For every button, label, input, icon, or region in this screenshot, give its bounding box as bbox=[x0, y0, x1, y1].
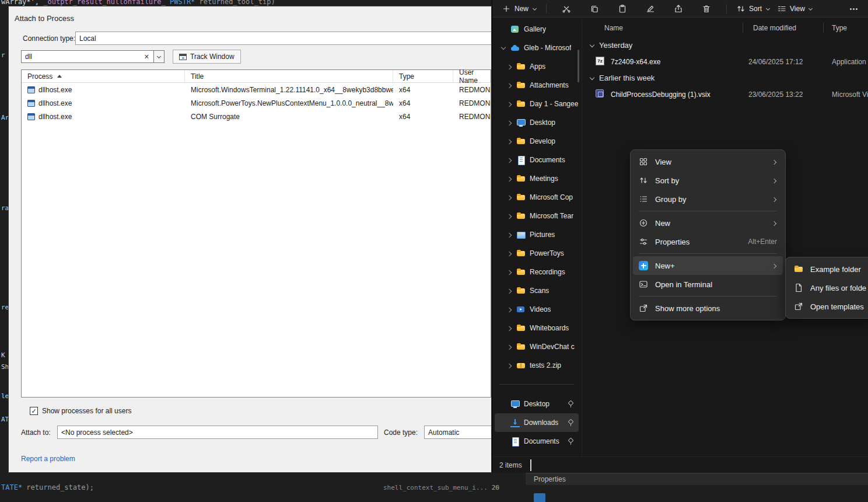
track-window-button[interactable]: Track Window bbox=[173, 50, 241, 64]
nav-item[interactable]: Desktop bbox=[495, 395, 579, 413]
file-row[interactable]: 7z 7z2409-x64.exe 24/06/2025 17:12 Appli… bbox=[584, 54, 868, 70]
column-header-user-name[interactable]: User Name bbox=[453, 70, 491, 82]
group-header[interactable]: Yesterday bbox=[584, 37, 868, 54]
attach-to-process-dialog: Attach to Process Connection type: Local… bbox=[8, 6, 492, 473]
nav-item[interactable]: PowerToys bbox=[495, 244, 579, 263]
status-bar: 2 items bbox=[492, 456, 868, 473]
vs-properties-panel: Properties bbox=[526, 473, 868, 502]
nav-item[interactable]: Day 1 - Sangee bbox=[495, 95, 579, 113]
nav-item[interactable]: Microsoft Tear bbox=[495, 207, 579, 225]
column-header-date-modified[interactable]: Date modified bbox=[753, 24, 796, 32]
copy-button[interactable] bbox=[580, 1, 608, 16]
menu-item-view[interactable]: View bbox=[633, 152, 783, 171]
column-header-process[interactable]: Process bbox=[22, 70, 185, 82]
view-button[interactable]: View bbox=[774, 2, 817, 15]
column-divider[interactable] bbox=[823, 23, 824, 33]
menu-item-new-plus[interactable]: New+ bbox=[633, 256, 783, 275]
paste-button[interactable] bbox=[608, 1, 636, 16]
rename-button[interactable] bbox=[636, 1, 664, 16]
process-table-header: Process Title Type User Name bbox=[22, 70, 491, 83]
nav-item[interactable]: Desktop bbox=[495, 113, 579, 132]
chevron-icon[interactable] bbox=[506, 120, 512, 126]
chevron-icon[interactable] bbox=[506, 101, 512, 107]
code-type-label: Code type: bbox=[384, 428, 418, 437]
report-a-problem-link[interactable]: Report a problem bbox=[21, 455, 75, 463]
nav-item-icon bbox=[516, 118, 526, 127]
code-type-combobox[interactable]: Automatic bbox=[424, 426, 492, 439]
column-header-type[interactable]: Type bbox=[393, 70, 453, 82]
nav-item-icon bbox=[516, 305, 526, 314]
new-button[interactable]: New bbox=[498, 2, 540, 15]
nav-item[interactable]: Downloads bbox=[495, 413, 579, 432]
menu-item-sort-by[interactable]: Sort by bbox=[633, 171, 783, 190]
cut-button[interactable] bbox=[552, 1, 580, 16]
plus-icon bbox=[502, 4, 511, 13]
chevron-icon[interactable] bbox=[506, 250, 512, 256]
nav-item[interactable]: Scans bbox=[495, 281, 579, 300]
menu-item-open-in-terminal[interactable]: Open in Terminal bbox=[633, 275, 783, 294]
chevron-icon[interactable] bbox=[506, 344, 512, 350]
menu-item-properties[interactable]: Properties Alt+Enter bbox=[633, 232, 783, 251]
nav-item[interactable]: Attachments bbox=[495, 76, 579, 95]
delete-button[interactable] bbox=[692, 1, 720, 16]
nav-item[interactable]: Whiteboards bbox=[495, 319, 579, 337]
submenu-item-open-templates[interactable]: Open templates bbox=[788, 297, 868, 316]
chevron-icon[interactable] bbox=[506, 325, 512, 331]
process-row[interactable]: dllhost.exe Microsoft.PowerToys.NewPlusC… bbox=[22, 96, 491, 110]
chevron-icon[interactable] bbox=[506, 232, 512, 238]
chevron-icon[interactable] bbox=[506, 82, 512, 88]
nav-item[interactable]: tests 2.zip bbox=[495, 356, 579, 375]
chevron-icon[interactable] bbox=[506, 176, 512, 182]
column-header-type[interactable]: Type bbox=[832, 24, 847, 32]
column-header-name[interactable]: Name bbox=[604, 24, 623, 32]
chevron-icon[interactable] bbox=[506, 64, 512, 69]
see-more-button[interactable] bbox=[849, 4, 859, 13]
submenu-item-any-files[interactable]: Any files or folde bbox=[788, 278, 868, 297]
chevron-icon[interactable] bbox=[506, 288, 512, 294]
process-row[interactable]: dllhost.exe COM Surrogate x64 REDMOND bbox=[22, 110, 491, 123]
chevron-icon[interactable] bbox=[506, 269, 512, 275]
nav-item[interactable]: Develop bbox=[495, 132, 579, 151]
connection-type-combobox[interactable]: Local bbox=[75, 32, 492, 45]
sort-button[interactable]: Sort bbox=[733, 2, 774, 15]
chevron-down-icon bbox=[808, 6, 813, 11]
attach-to-field[interactable]: <No process selected> bbox=[57, 426, 378, 439]
chevron-icon[interactable] bbox=[501, 45, 506, 51]
chevron-icon[interactable] bbox=[506, 362, 512, 368]
nav-item[interactable]: Pictures bbox=[495, 225, 579, 244]
process-filter-input[interactable]: dll ✕ bbox=[21, 50, 154, 63]
menu-item-group-by[interactable]: Group by bbox=[633, 190, 783, 208]
nav-item[interactable]: Gallery bbox=[495, 20, 579, 39]
nav-item-label: Desktop bbox=[530, 118, 555, 127]
nav-item-icon bbox=[516, 361, 526, 370]
menu-item-show-more-options[interactable]: Show more options bbox=[633, 299, 783, 318]
nav-scrollbar-thumb[interactable] bbox=[578, 50, 579, 82]
checkbox-checked[interactable]: ✓ bbox=[30, 407, 38, 415]
nav-item[interactable]: WinDevChat c bbox=[495, 337, 579, 356]
nav-item[interactable]: Videos bbox=[495, 300, 579, 319]
nav-item[interactable]: Microsoft Cop bbox=[495, 188, 579, 207]
nav-item-icon bbox=[516, 137, 526, 146]
column-divider[interactable] bbox=[743, 23, 743, 33]
chevron-icon[interactable] bbox=[506, 306, 512, 312]
submenu-item-example-folder[interactable]: Example folder bbox=[788, 260, 868, 278]
group-header[interactable]: Earlier this week bbox=[584, 70, 868, 86]
chevron-icon[interactable] bbox=[506, 138, 512, 144]
nav-item[interactable]: Gleb - Microsof bbox=[495, 39, 579, 57]
share-button[interactable] bbox=[664, 1, 692, 16]
clear-filter-icon[interactable]: ✕ bbox=[142, 53, 151, 61]
file-row[interactable]: ChildProcessDebugging (1).vsix 23/06/202… bbox=[584, 86, 868, 103]
nav-item[interactable]: Documents bbox=[495, 151, 579, 169]
nav-item[interactable]: Documents bbox=[495, 432, 579, 451]
nav-item[interactable]: Recordings bbox=[495, 263, 579, 281]
chevron-icon[interactable] bbox=[506, 157, 512, 163]
chevron-icon[interactable] bbox=[506, 213, 512, 219]
menu-item-new[interactable]: New bbox=[633, 214, 783, 232]
column-header-title[interactable]: Title bbox=[185, 70, 393, 82]
chevron-icon[interactable] bbox=[506, 194, 512, 200]
nav-item[interactable]: Meetings bbox=[495, 169, 579, 188]
process-row[interactable]: dllhost.exe Microsoft.WindowsTerminal_1.… bbox=[22, 83, 491, 96]
filter-dropdown-button[interactable] bbox=[154, 50, 164, 63]
scissors-icon bbox=[562, 4, 571, 13]
nav-item[interactable]: Apps bbox=[495, 57, 579, 76]
